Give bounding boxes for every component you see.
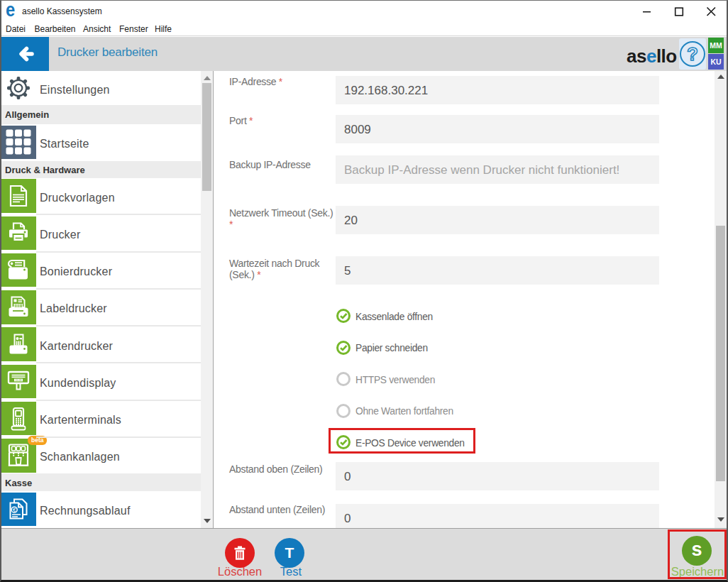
svg-text:15:28: 15:28 (16, 379, 22, 382)
svg-text:€: € (13, 507, 16, 513)
